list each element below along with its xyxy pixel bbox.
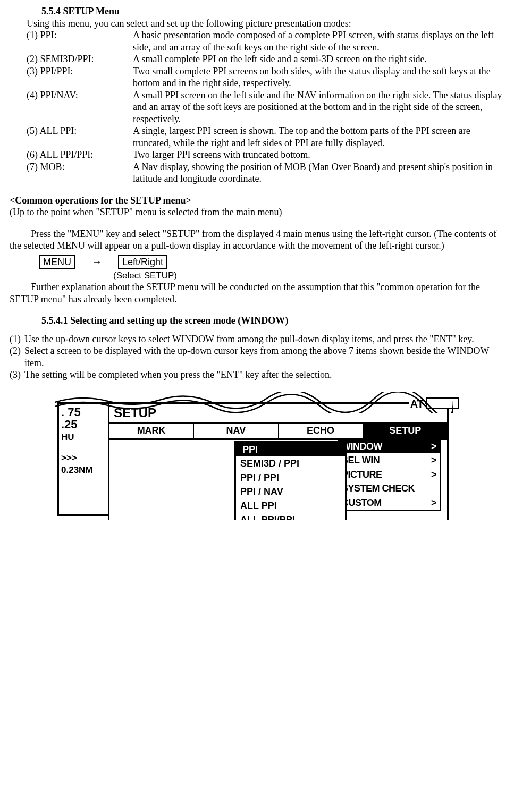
mode-list: (1) PPI:A basic presentation mode compos… <box>27 29 504 185</box>
mode-desc: Two larger PPI screens with truncated bo… <box>133 149 504 161</box>
section-intro: Using this menu, you can select and set … <box>27 18 504 30</box>
tab-mark[interactable]: MARK <box>109 424 194 438</box>
ring-value: .25 <box>61 418 112 430</box>
torn-edge-icon <box>55 392 453 413</box>
common-p1: Press the "MENU" key and select "SETUP" … <box>10 228 504 252</box>
mode-term: (6) ALL PPI/PPI: <box>27 149 133 161</box>
mode-desc: A basic presentation mode composed of a … <box>133 29 504 53</box>
status-panel: . 75 .25 HU >>> 0.23NM <box>57 402 114 516</box>
select-setup-label: (Select SETUP) <box>113 270 504 281</box>
opt-ppippi[interactable]: PPI / PPI <box>236 471 345 485</box>
arrow-icon: → <box>91 255 102 268</box>
window-submenu: PPI SEMI3D / PPI PPI / PPI PPI / NAV ALL… <box>234 441 347 520</box>
opt-allppi[interactable]: ALL PPI <box>236 499 345 513</box>
step-text: Use the up-down cursor keys to select WI… <box>24 333 504 345</box>
steps-list: (1)Use the up-down cursor keys to select… <box>10 333 504 381</box>
mode-term: (2) SEMI3D/PPI: <box>27 53 133 65</box>
step-text: The setting will be completed when you p… <box>24 369 504 381</box>
mode-desc: A small PPI screen on the left side and … <box>133 89 504 125</box>
mode-desc: A small complete PPI on the left side an… <box>133 53 504 65</box>
opt-ppi[interactable]: PPI <box>236 443 345 457</box>
mode-desc: A single, largest PPI screen is shown. T… <box>133 125 504 149</box>
mode-term: (3) PPI/PPI: <box>27 65 133 89</box>
menu-window[interactable]: WINDOW> <box>339 439 440 454</box>
opt-ppinav[interactable]: PPI / NAV <box>236 485 345 499</box>
step-num: (1) <box>10 333 24 345</box>
distance-value: 0.23NM <box>61 464 112 476</box>
mode-term: (1) PPI: <box>27 29 133 53</box>
mode-desc: A Nav display, showing the position of M… <box>133 161 504 185</box>
opt-semi3d[interactable]: SEMI3D / PPI <box>236 456 345 471</box>
menu-systemcheck[interactable]: SYSTEM CHECK <box>339 481 440 496</box>
leftright-key: Left/Right <box>118 255 167 269</box>
mode-term: (4) PPI/NAV: <box>27 89 133 125</box>
mode-desc: Two small complete PPI screens on both s… <box>133 65 504 89</box>
tab-bar: MARK NAV ECHO SETUP <box>109 424 447 440</box>
tab-nav[interactable]: NAV <box>194 424 279 438</box>
setup-menu: WINDOW> SEL WIN> PICTURE> SYSTEM CHECK C… <box>338 438 441 511</box>
mode-term: (5) ALL PPI: <box>27 125 133 149</box>
key-sequence: MENU → Left/Right <box>39 255 504 269</box>
tab-echo[interactable]: ECHO <box>279 424 364 438</box>
step-num: (2) <box>10 345 24 369</box>
main-panel: SETUP AT MARK NAV ECHO SETUP WINDOW> SEL… <box>108 402 449 520</box>
mode-value: HU <box>61 432 112 443</box>
menu-selwin[interactable]: SEL WIN> <box>339 453 440 468</box>
mode-term: (7) MOB: <box>27 161 133 185</box>
step-num: (3) <box>10 369 24 381</box>
step-text: Select a screen to be displayed with the… <box>24 345 504 369</box>
subsection-heading: 5.5.4.1 Selecting and setting up the scr… <box>41 315 504 327</box>
content-area: WINDOW> SEL WIN> PICTURE> SYSTEM CHECK C… <box>109 440 447 520</box>
common-p2: Further explanation about the SETUP menu… <box>10 281 504 305</box>
common-heading: <Common operations for the SETUP menu> <box>10 194 504 207</box>
section-heading: 5.5.4 SETUP Menu <box>41 5 504 18</box>
menu-key: MENU <box>39 255 75 269</box>
tab-setup[interactable]: SETUP <box>364 424 447 438</box>
common-sub: (Up to the point when "SETUP" menu is se… <box>10 206 504 218</box>
menu-custom[interactable]: CUSTOM> <box>339 496 440 510</box>
opt-allppippi[interactable]: ALL PPI/PPI <box>236 513 345 520</box>
menu-picture[interactable]: PICTURE> <box>339 468 440 482</box>
cursor-indicator: >>> <box>61 452 112 463</box>
